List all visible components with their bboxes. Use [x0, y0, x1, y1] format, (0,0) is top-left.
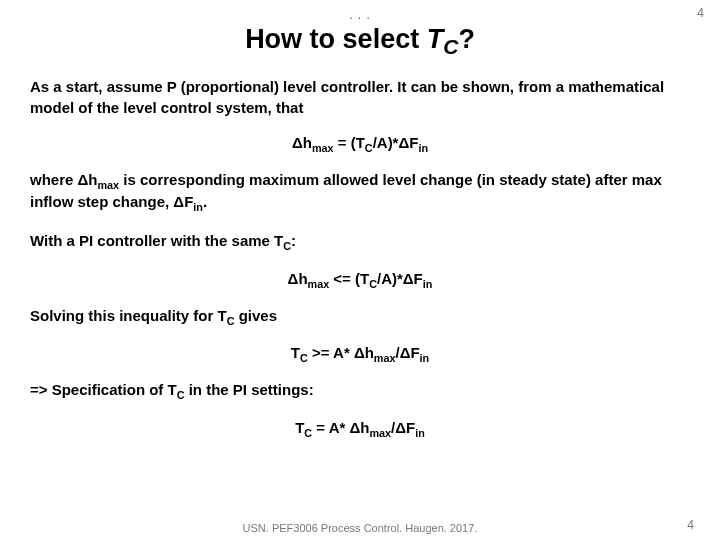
- paragraph-4: Solving this inequality for TC gives: [30, 306, 690, 329]
- p5-a: => Specification of T: [30, 381, 177, 398]
- p2-b-sub: in: [193, 201, 203, 213]
- eq2-mid: /A)*ΔF: [377, 270, 423, 287]
- eq4-mid: /ΔF: [391, 419, 415, 436]
- eq2-op: <= (T: [329, 270, 369, 287]
- eq3-mid: /ΔF: [395, 344, 419, 361]
- equation-3: TC >= A* Δhmax/ΔFin: [30, 344, 690, 364]
- eq3-fin-sub: in: [420, 352, 430, 364]
- eq2-fin-sub: in: [423, 278, 433, 290]
- eq4-lhs: T: [295, 419, 304, 436]
- paragraph-2: where Δhmax is corresponding maximum all…: [30, 170, 690, 215]
- eq2-lhs-sub: max: [308, 278, 330, 290]
- p5-a-sub: C: [177, 389, 185, 401]
- equation-1: Δhmax = (TC/A)*ΔFin: [30, 134, 690, 154]
- p3-a: With a PI controller with the same T: [30, 232, 283, 249]
- eq1-lhs: Δh: [292, 134, 312, 151]
- p5-b: in the PI settings:: [185, 381, 314, 398]
- eq1-tc-sub: C: [365, 142, 373, 154]
- p2-c: .: [203, 193, 207, 210]
- eq1-fin-sub: in: [418, 142, 428, 154]
- title-text: How to select: [245, 24, 427, 54]
- p4-a: Solving this inequality for T: [30, 307, 227, 324]
- title-var-sub: C: [443, 35, 458, 58]
- eq1-mid: /A)*ΔF: [373, 134, 419, 151]
- eq3-lhs: T: [291, 344, 300, 361]
- eq4-h-sub: max: [369, 427, 391, 439]
- p3-b: :: [291, 232, 296, 249]
- eq2-lhs: Δh: [288, 270, 308, 287]
- p2-b: is corresponding maximum allowed level c…: [30, 171, 662, 211]
- title-q: ?: [458, 24, 475, 54]
- equation-2: Δhmax <= (TC/A)*ΔFin: [30, 270, 690, 290]
- eq3-h-sub: max: [374, 352, 396, 364]
- slide-title: How to select TC?: [30, 24, 690, 59]
- paragraph-5: => Specification of TC in the PI setting…: [30, 380, 690, 403]
- ellipsis: . . .: [30, 8, 690, 22]
- slide: 4 . . . How to select TC? As a start, as…: [0, 0, 720, 540]
- p3-a-sub: C: [283, 240, 291, 252]
- eq4-op: = A* Δh: [312, 419, 369, 436]
- page-number-top: 4: [697, 6, 704, 20]
- eq1-eq: = (T: [334, 134, 365, 151]
- p2-a-sub: max: [97, 179, 119, 191]
- paragraph-1: As a start, assume P (proportional) leve…: [30, 77, 690, 118]
- p4-b: gives: [235, 307, 278, 324]
- eq3-op: >= A* Δh: [308, 344, 374, 361]
- title-var: T: [427, 24, 444, 54]
- p4-a-sub: C: [227, 315, 235, 327]
- footer-text: USN. PEF3006 Process Control. Haugen. 20…: [0, 522, 720, 534]
- equation-4: TC = A* Δhmax/ΔFin: [30, 419, 690, 439]
- p2-a: where Δh: [30, 171, 97, 188]
- eq4-lhs-sub: C: [304, 427, 312, 439]
- page-number-bottom: 4: [687, 518, 694, 532]
- eq4-fin-sub: in: [415, 427, 425, 439]
- paragraph-3: With a PI controller with the same TC:: [30, 231, 690, 254]
- eq3-lhs-sub: C: [300, 352, 308, 364]
- eq2-tc-sub: C: [369, 278, 377, 290]
- eq1-lhs-sub: max: [312, 142, 334, 154]
